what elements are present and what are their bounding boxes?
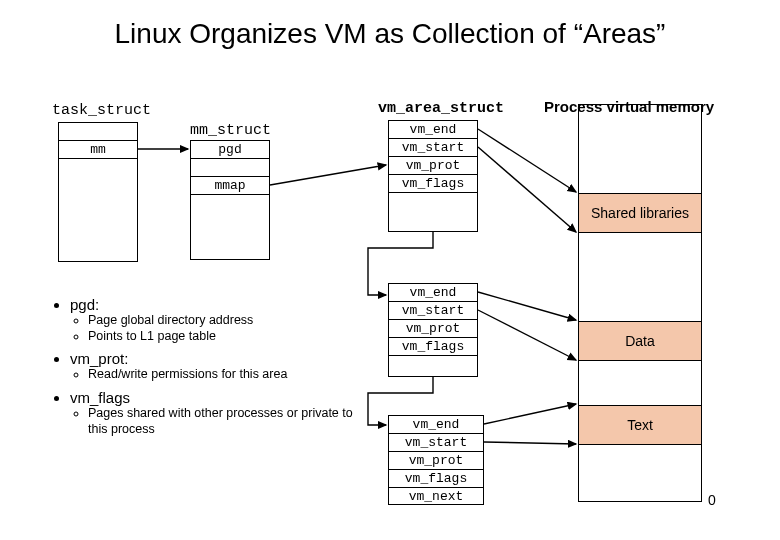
svg-line-2 xyxy=(478,129,576,192)
vm-area-3-prot: vm_prot xyxy=(389,452,483,470)
vm-area-2-prot: vm_prot xyxy=(389,320,477,338)
memory-data: Data xyxy=(579,321,701,361)
notes-vmflags-b1: Pages shared with other processes or pri… xyxy=(88,406,372,437)
notes-pgd-heading: pgd: xyxy=(70,296,99,313)
task-struct-row-mm: mm xyxy=(59,141,137,159)
mm-struct-row-blank xyxy=(191,159,269,177)
mm-struct-box: pgd mmap xyxy=(190,140,270,260)
svg-line-4 xyxy=(478,292,576,320)
label-vm-area-struct: vm_area_struct xyxy=(378,100,504,117)
task-struct-row-blank xyxy=(59,123,137,141)
task-struct-box: mm xyxy=(58,122,138,262)
svg-line-5 xyxy=(478,310,576,360)
notes-vmprot-heading: vm_prot: xyxy=(70,350,128,367)
label-mm-struct: mm_struct xyxy=(190,122,271,139)
vm-area-2: vm_end vm_start vm_prot vm_flags xyxy=(388,283,478,377)
vm-area-2-rest xyxy=(389,356,477,378)
vm-area-1-end: vm_end xyxy=(389,121,477,139)
slide-title: Linux Organizes VM as Collection of “Are… xyxy=(0,18,780,50)
notes-block: pgd: Page global directory address Point… xyxy=(52,296,372,443)
label-task-struct: task_struct xyxy=(52,102,151,119)
vm-area-1-prot: vm_prot xyxy=(389,157,477,175)
vm-area-1: vm_end vm_start vm_prot vm_flags xyxy=(388,120,478,232)
vm-area-1-start: vm_start xyxy=(389,139,477,157)
svg-line-3 xyxy=(478,147,576,232)
vm-area-2-flags: vm_flags xyxy=(389,338,477,356)
task-struct-row-rest xyxy=(59,159,137,263)
svg-line-7 xyxy=(484,442,576,444)
notes-vmflags-heading: vm_flags xyxy=(70,389,130,406)
vm-area-1-flags: vm_flags xyxy=(389,175,477,193)
notes-pgd-b1: Page global directory address xyxy=(88,313,372,329)
vm-area-3-next: vm_next xyxy=(389,488,483,506)
memory-column: Shared libraries Data Text xyxy=(578,104,702,502)
svg-line-1 xyxy=(270,165,386,185)
vm-area-2-start: vm_start xyxy=(389,302,477,320)
memory-text: Text xyxy=(579,405,701,445)
mm-struct-row-pgd: pgd xyxy=(191,141,269,159)
notes-vmprot-b1: Read/write permissions for this area xyxy=(88,367,372,383)
vm-area-3-end: vm_end xyxy=(389,416,483,434)
svg-line-6 xyxy=(484,404,576,424)
mm-struct-row-rest xyxy=(191,195,269,261)
vm-area-2-end: vm_end xyxy=(389,284,477,302)
vm-area-3: vm_end vm_start vm_prot vm_flags vm_next xyxy=(388,415,484,505)
notes-pgd-b2: Points to L1 page table xyxy=(88,329,372,345)
memory-zero-label: 0 xyxy=(708,492,716,508)
vm-area-3-flags: vm_flags xyxy=(389,470,483,488)
mm-struct-row-mmap: mmap xyxy=(191,177,269,195)
memory-shared-libs: Shared libraries xyxy=(579,193,701,233)
vm-area-3-start: vm_start xyxy=(389,434,483,452)
vm-area-1-rest xyxy=(389,193,477,233)
